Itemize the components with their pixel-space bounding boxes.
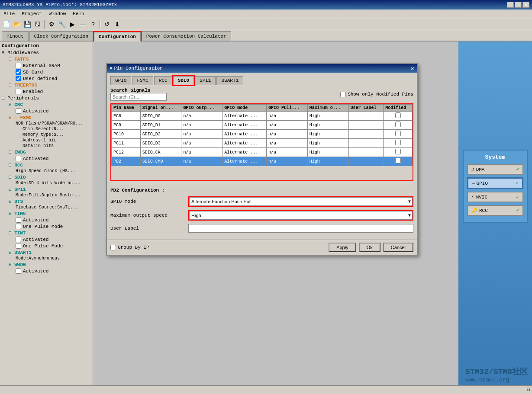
sidebar-sts[interactable]: ⊟ STS	[2, 198, 91, 205]
sidebar-fsmc-nor: NOR Flash/PSRAM/SRAM/RO...	[2, 121, 91, 126]
sidebar-iwdg[interactable]: ⊟ IWDG	[2, 149, 91, 155]
menu-project[interactable]: Project	[20, 10, 43, 17]
system-panel-title: System	[467, 154, 523, 160]
system-rcc-button[interactable]: 🔑 RCC ✓	[467, 205, 523, 216]
toolbar-save[interactable]: 💾	[23, 19, 32, 29]
cell-gpio-out: n/a	[181, 121, 222, 130]
gpio-mode-select[interactable]: Alternate Function Push Pull Alternate F…	[189, 197, 413, 206]
group-by-ip-checkbox[interactable]	[110, 245, 116, 250]
toolbar-new[interactable]: 📄	[2, 19, 11, 29]
table-row[interactable]: PC12 SDIO_CK n/a Alternate ... n/a High	[112, 148, 413, 157]
max-output-select[interactable]: Low Medium High	[189, 211, 413, 220]
table-row[interactable]: PC10 SDIO_D2 n/a Alternate ... n/a High	[112, 130, 413, 139]
rcc-check-icon: ✓	[516, 208, 519, 213]
col-signal: Signal on...	[140, 105, 181, 112]
sidebar-freertos[interactable]: ⊟ FREERTOS	[2, 82, 91, 88]
cancel-button[interactable]: Cancel	[383, 243, 413, 252]
dialog-tab-rcc[interactable]: RCC	[154, 76, 172, 85]
user-label-input[interactable]	[188, 224, 413, 233]
sidebar-tim7[interactable]: ⊟ TIM7	[2, 230, 91, 236]
cell-user-label	[348, 130, 384, 139]
dialog-tab-gpio[interactable]: GPIO	[110, 76, 131, 85]
minimize-button[interactable]: _	[507, 2, 514, 8]
menu-window[interactable]: Window	[47, 10, 68, 17]
sidebar-fsmc-chip: Chip Select:N...	[2, 126, 91, 132]
sidebar-rcc-clock: High Speed Clock (HS...	[2, 168, 91, 174]
system-gpio-button[interactable]: → GPIO ✓	[467, 177, 523, 189]
nvic-label: NVIC	[476, 195, 487, 200]
close-button[interactable]: ✕	[522, 2, 529, 8]
sidebar-sd-card[interactable]: SD Card	[2, 69, 91, 75]
dialog-tab-fsmc[interactable]: FSMC	[132, 76, 153, 85]
sidebar-crc[interactable]: ⊟ CRC	[2, 101, 91, 108]
sidebar-tim6[interactable]: ⊟ TIM6	[2, 210, 91, 217]
menu-bar: File Project Window Help	[0, 10, 532, 18]
toolbar-btn9[interactable]: ?	[88, 19, 98, 29]
table-row[interactable]: PC11 SDIO_D3 n/a Alternate ... n/a High	[112, 139, 413, 148]
sidebar-external-sram[interactable]: External SRAM	[2, 62, 91, 69]
system-nvic-button[interactable]: ⚡ NVIC ✓	[467, 192, 523, 202]
toolbar-refresh[interactable]: ↺	[102, 19, 112, 29]
cell-user-label	[348, 121, 384, 130]
cell-gpio-pull: n/a	[267, 121, 308, 130]
show-modified-group: Show only Modified Pins	[340, 92, 413, 97]
sidebar-tim7-onepulse[interactable]: One Pulse Mode	[2, 243, 91, 249]
search-input[interactable]	[110, 93, 167, 101]
sidebar-tim7-activated[interactable]: Activated	[2, 236, 91, 243]
sidebar-rcc[interactable]: ⊟ RCC	[2, 162, 91, 168]
ok-button[interactable]: Ok	[359, 243, 380, 252]
apply-button[interactable]: Apply	[329, 243, 356, 252]
sidebar-spi1[interactable]: ⊟ SPI1	[2, 186, 91, 192]
group-by-ip-label: Group By IP	[118, 245, 149, 250]
sidebar-sdio[interactable]: ⊟ SDIO	[2, 174, 91, 180]
sidebar-sts-timebase: Timebase Source:SysTi...	[2, 205, 91, 210]
sidebar-wwdg-activated[interactable]: Activated	[2, 268, 91, 274]
sidebar-fatfs[interactable]: ⊟ FATFS	[2, 56, 91, 62]
dialog-close-button[interactable]: ✕	[411, 65, 414, 72]
cell-gpio-out: n/a	[181, 112, 222, 121]
rcc-label: RCC	[479, 208, 488, 213]
maximize-button[interactable]: □	[515, 2, 522, 8]
sidebar-usart1[interactable]: ⊟ USART1	[2, 249, 91, 256]
dialog-tab-spi1[interactable]: SPI1	[195, 76, 216, 85]
system-panel: System ⇄ DMA ✓ → GPIO ✓ ⚡ NVIC ✓ 🔑 RCC ✓	[463, 150, 528, 223]
dialog-tab-sdio[interactable]: SDIO	[173, 76, 194, 85]
cell-gpio-pull: n/a	[267, 130, 308, 139]
cell-user-label	[348, 112, 384, 121]
tab-configuration[interactable]: Configuration	[94, 32, 141, 42]
sidebar-freertos-enabled[interactable]: Enabled	[2, 88, 91, 95]
system-dma-button[interactable]: ⇄ DMA ✓	[467, 164, 523, 175]
menu-file[interactable]: File	[2, 10, 16, 17]
sidebar-iwdg-activated[interactable]: Activated	[2, 155, 91, 162]
table-row[interactable]: PC9 SDIO_D1 n/a Alternate ... n/a High	[112, 121, 413, 130]
table-row[interactable]: PD2 SDIO_CMD n/a Alternate ... n/a High	[112, 157, 413, 166]
sidebar-fsmc[interactable]: ⊟ ⚠ FSMC	[2, 114, 91, 121]
gpio-mode-select-wrapper: Alternate Function Push Pull Alternate F…	[188, 196, 413, 207]
toolbar-btn8[interactable]: —	[78, 19, 87, 29]
search-area: Search Signals Show only Modified Pins	[110, 88, 413, 101]
cell-max-out: High	[307, 157, 348, 166]
cell-signal: SDIO_D3	[140, 139, 181, 148]
toolbar-btn7[interactable]: ▶	[68, 19, 77, 29]
menu-help[interactable]: Help	[71, 10, 86, 17]
toolbar-save-as[interactable]: 🖫	[33, 19, 42, 29]
show-modified-checkbox[interactable]	[340, 92, 346, 97]
cell-modified	[384, 157, 413, 166]
dma-check-icon: ✓	[516, 167, 519, 172]
sidebar-tim6-onepulse[interactable]: One Pulse Mode	[2, 223, 91, 230]
window-title: STM32CubeMX YS-F1Pro.ioc*: STM32F103ZETx	[3, 2, 507, 7]
table-row[interactable]: PC8 SDIO_D0 n/a Alternate ... n/a High	[112, 112, 413, 121]
toolbar-sep2	[100, 20, 100, 29]
tab-power[interactable]: Power Consumption Calculator	[142, 31, 231, 41]
sidebar-tim6-activated[interactable]: Activated	[2, 217, 91, 223]
toolbar-generate[interactable]: ⬇	[113, 19, 122, 29]
sidebar-user-defined[interactable]: User-defined	[2, 75, 91, 82]
sidebar-wwdg[interactable]: ⊟ WWDG	[2, 261, 91, 268]
tab-pinout[interactable]: Pinout	[2, 31, 29, 41]
toolbar-btn6[interactable]: 🔧	[57, 19, 67, 29]
dialog-tab-usart1[interactable]: USART1	[216, 76, 243, 85]
toolbar-open[interactable]: 📂	[12, 19, 22, 29]
tab-clock[interactable]: Clock Configuration	[29, 31, 93, 41]
sidebar-crc-activated[interactable]: Activated	[2, 108, 91, 114]
toolbar-btn5[interactable]: ⚙	[47, 19, 56, 29]
